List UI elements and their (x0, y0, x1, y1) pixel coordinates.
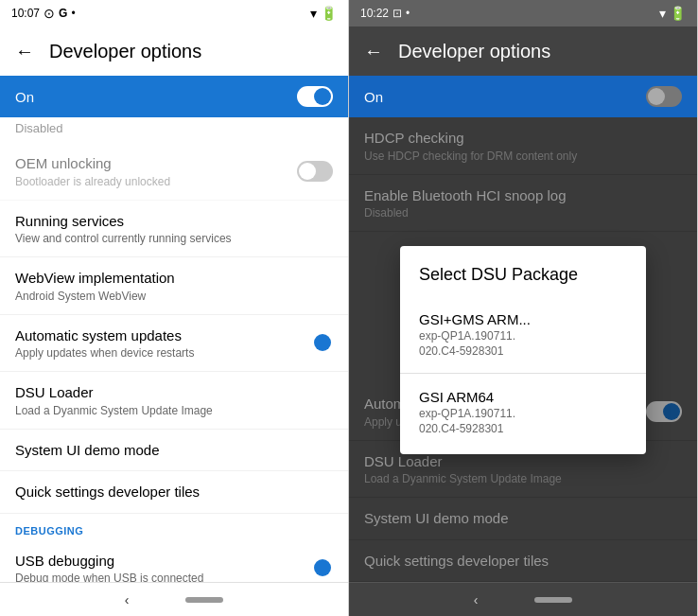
running-desc: View and control currently running servi… (15, 232, 333, 245)
select-dsu-dialog: Select DSU Package GSI+GMS ARM... exp-QP… (400, 246, 646, 454)
wifi-icon: ▾ (310, 6, 317, 21)
content-1: Disabled OEM unlocking Bootloader is alr… (0, 117, 348, 582)
nav-home-2[interactable] (534, 597, 572, 603)
dialog-title: Select DSU Package (400, 265, 646, 300)
battery-icon: 🔋 (321, 6, 337, 21)
debugging-header: DEBUGGING (0, 514, 348, 540)
gsi-arm64-desc2: 020.C4-5928301 (419, 422, 627, 435)
back-button-2[interactable]: ← (364, 41, 383, 62)
gsi-arm64-desc: exp-QP1A.190711. (419, 407, 627, 420)
toggle-thumb-2 (648, 88, 665, 105)
back-button-1[interactable]: ← (15, 41, 34, 62)
auto-toggle[interactable] (297, 332, 333, 353)
disabled-text-1: Disabled (0, 117, 348, 143)
system-ui-title: System UI demo mode (15, 441, 333, 460)
dsu-title: DSU Loader (15, 383, 333, 402)
page-title-1: Developer options (49, 41, 201, 62)
setting-auto-updates[interactable]: Automatic system updates Apply updates w… (0, 315, 348, 373)
setting-running-services[interactable]: Running services View and control curren… (0, 201, 348, 258)
nav-back-1[interactable]: ‹ (125, 592, 130, 607)
on-toggle-2[interactable] (646, 86, 682, 107)
dialog-overlay: Select DSU Package GSI+GMS ARM... exp-QP… (349, 117, 697, 582)
setting-quick-settings[interactable]: Quick settings developer tiles (0, 471, 348, 514)
quick-title: Quick settings developer tiles (15, 483, 333, 502)
phone-1: 10:07 ⊙ G • ▾ 🔋 ← Developer options On D… (0, 0, 349, 616)
on-bar-1: On (0, 76, 348, 117)
gsi-gms-desc2: 020.C4-5928301 (419, 344, 627, 358)
content-2: HDCP checking Use HDCP checking for DRM … (349, 117, 697, 582)
on-label-2: On (364, 89, 383, 105)
status-bar-2: 10:22 ⊡ • ▾ 🔋 (349, 0, 697, 26)
dot-icon-2: • (406, 7, 410, 20)
dsu-desc: Load a Dyanmic System Update Image (15, 404, 333, 417)
time-1: 10:07 (11, 7, 40, 20)
nav-back-2[interactable]: ‹ (474, 592, 479, 607)
setting-webview[interactable]: WebView implementation Android System We… (0, 257, 348, 315)
google-icon: ⊙ (44, 6, 55, 21)
oem-title: OEM unlocking (15, 154, 297, 173)
status-left-1: 10:07 ⊙ G • (11, 6, 76, 21)
top-bar-1: ← Developer options (0, 26, 348, 76)
nav-bar-1: ‹ (0, 582, 348, 616)
usb-title: USB debugging (15, 552, 297, 571)
usb-toggle-thumb (314, 559, 331, 576)
dot-icon: • (71, 7, 75, 20)
usb-toggle[interactable] (297, 557, 333, 578)
wifi-icon-2: ▾ (659, 6, 666, 21)
toggle-thumb-1 (314, 88, 331, 105)
nav-bar-2: ‹ (349, 582, 697, 616)
on-bar-2: On (349, 76, 697, 117)
dialog-item-gsi-arm64[interactable]: GSI ARM64 exp-QP1A.190711. 020.C4-592830… (400, 378, 646, 447)
oem-desc: Bootloader is already unlocked (15, 175, 297, 188)
usb-desc: Debug mode when USB is connected (15, 572, 297, 582)
dialog-divider (400, 373, 646, 374)
phone-2: 10:22 ⊡ • ▾ 🔋 ← Developer options On HDC… (349, 0, 698, 616)
status-left-2: 10:22 ⊡ • (360, 7, 410, 20)
time-2: 10:22 (360, 7, 389, 20)
g-icon: G (59, 7, 67, 20)
oem-toggle-thumb (299, 163, 316, 180)
status-right-2: ▾ 🔋 (659, 6, 686, 21)
setting-oem-unlocking[interactable]: OEM unlocking Bootloader is already unlo… (0, 143, 348, 201)
battery-icon-2: 🔋 (670, 6, 686, 21)
running-title: Running services (15, 212, 333, 231)
setting-usb-debug[interactable]: USB debugging Debug mode when USB is con… (0, 540, 348, 583)
page-title-2: Developer options (398, 41, 550, 62)
screen-icon: ⊡ (393, 7, 402, 20)
auto-toggle-thumb (314, 334, 331, 351)
on-toggle-1[interactable] (297, 86, 333, 107)
setting-system-ui[interactable]: System UI demo mode (0, 430, 348, 472)
oem-toggle[interactable] (297, 161, 333, 182)
gsi-arm64-title: GSI ARM64 (419, 389, 627, 405)
on-label-1: On (15, 89, 34, 105)
status-right-1: ▾ 🔋 (310, 6, 337, 21)
nav-home-1[interactable] (185, 597, 223, 603)
top-bar-2: ← Developer options (349, 26, 697, 76)
gsi-gms-title: GSI+GMS ARM... (419, 311, 627, 327)
webview-desc: Android System WebView (15, 290, 333, 303)
status-bar-1: 10:07 ⊙ G • ▾ 🔋 (0, 0, 348, 26)
setting-dsu[interactable]: DSU Loader Load a Dyanmic System Update … (0, 372, 348, 430)
auto-desc: Apply updates when device restarts (15, 346, 297, 360)
dialog-item-gsi-gms[interactable]: GSI+GMS ARM... exp-QP1A.190711. 020.C4-5… (400, 300, 646, 369)
auto-title: Automatic system updates (15, 326, 297, 345)
webview-title: WebView implementation (15, 269, 333, 288)
gsi-gms-desc: exp-QP1A.190711. (419, 329, 627, 343)
